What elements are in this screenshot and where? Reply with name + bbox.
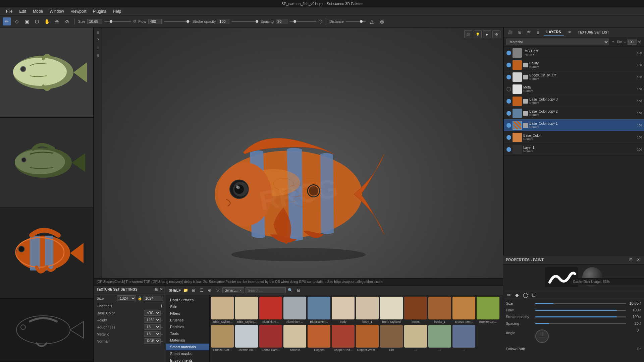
menu-file[interactable]: File <box>3 8 16 14</box>
channel-type-height[interactable]: L16F <box>144 317 161 323</box>
shelf-tab-smart[interactable]: Smart... ✕ <box>222 287 244 293</box>
channel-type-normal[interactable]: RGB16F <box>144 338 161 344</box>
viewport-settings-btn[interactable]: ⚙ <box>492 30 500 38</box>
paint-bucket-tool[interactable]: ▣ <box>23 17 31 25</box>
shelf-tab-close-btn[interactable]: ✕ <box>239 289 242 292</box>
channel-type-roughness[interactable]: L8 <box>144 324 161 330</box>
vp-tool-2[interactable]: P <box>95 37 101 43</box>
layer-visibility-cavity[interactable] <box>506 63 511 67</box>
size-input[interactable] <box>87 19 102 24</box>
shelf-sidebar-particles[interactable]: Particles <box>166 323 209 330</box>
brush-stroke-opacity-reset[interactable]: ↺ <box>639 315 641 319</box>
shelf-search-input[interactable] <box>246 287 286 293</box>
shelf-sidebar-smart-masks[interactable]: Smart masks <box>166 350 209 357</box>
flow-slider[interactable] <box>164 21 191 22</box>
vp-tool-1[interactable]: ⊞ <box>95 29 101 36</box>
shelf-item-copper-wom[interactable]: Copper Wom... <box>356 325 379 352</box>
select-tool[interactable]: ⬡ <box>33 17 41 25</box>
tex-size-input2[interactable] <box>144 296 163 301</box>
menu-mode[interactable]: Mode <box>30 8 46 14</box>
eraser-tool[interactable]: ◇ <box>13 17 21 25</box>
menu-help[interactable]: Help <box>110 8 125 14</box>
vp-tool-4[interactable]: ⚙ <box>95 52 101 59</box>
shelf-item-bone-stylized[interactable]: Bone Stylized <box>380 297 403 323</box>
shelf-item-bronze-stat[interactable]: Bronze Stat... <box>211 325 234 352</box>
brush-size-slider[interactable] <box>535 303 626 304</box>
shelf-sidebar-hard-surfaces[interactable]: Hard Surfaces <box>166 297 209 303</box>
channel-remove-metallic[interactable]: − <box>161 332 163 337</box>
shelf-item-aluminium-1[interactable]: Aluminium ... <box>259 297 282 323</box>
shelf-sidebar-environments[interactable]: Environments <box>166 357 209 362</box>
layers-icon-4[interactable]: ⊕ <box>535 29 541 35</box>
shelf-item-chrome-bu[interactable]: Chrome Bu... <box>235 325 258 352</box>
layer-item-bc-copy1[interactable]: Base_Color copy 1 Norm ▾ 100 <box>504 119 644 131</box>
paint-brush-tool[interactable]: ✏ <box>3 17 11 25</box>
layer-item-cavity[interactable]: Cavity Norm ▾ 100 <box>504 59 644 71</box>
shelf-item-body1[interactable]: body_1 <box>356 297 379 323</box>
layer-item-metal[interactable]: Metal Norm ▾ 100 <box>504 83 644 95</box>
angle-dial[interactable] <box>535 329 549 343</box>
layer-visibility-base-color[interactable] <box>506 135 511 140</box>
layers-tab-close[interactable]: ✕ <box>567 29 573 35</box>
channel-type-base-color[interactable]: sRGB <box>144 310 161 316</box>
spacing-input[interactable] <box>276 19 287 24</box>
shelf-item-body[interactable]: body <box>332 297 355 323</box>
props-expand-btn[interactable]: ⊞ <box>628 257 634 263</box>
shelf-item-bluepainter[interactable]: BluePainter... <box>308 297 330 323</box>
brush-tool-pencil[interactable]: ✏ <box>506 292 513 298</box>
menu-plugins[interactable]: Plugins <box>90 8 109 14</box>
brush-flow-reset[interactable]: ↺ <box>639 308 641 312</box>
brush-spacing-slider[interactable] <box>535 323 626 324</box>
shelf-grid-btn[interactable]: ⊞ <box>190 287 197 294</box>
layer-visibility-layer1[interactable] <box>506 147 511 152</box>
shelf-sidebar-skin[interactable]: Skin <box>166 303 209 310</box>
layer-item-layer1[interactable]: Layer 1 Norm ▾ 100 <box>504 143 644 156</box>
brush-stroke-opacity-slider[interactable] <box>535 316 626 317</box>
add-layer-btn[interactable]: + <box>610 39 615 45</box>
shelf-item-3dex-2[interactable]: 3dEx_Stylize... <box>235 297 258 323</box>
symmetry-btn[interactable]: △ <box>368 17 376 25</box>
layer-item-bc-copy3[interactable]: Base_Color copy 3 Norm ▾ 100 <box>504 95 644 107</box>
layer-type-dropdown[interactable]: Material Base Color <box>506 39 609 45</box>
shelf-grid-toggle-btn[interactable]: ⊟ <box>295 287 302 294</box>
layer-item-base-color[interactable]: Base_Color Norm ▾ 100 <box>504 131 644 143</box>
channel-remove-roughness[interactable]: − <box>161 325 163 329</box>
shelf-sidebar-smart-materials[interactable]: Smart materials <box>166 344 209 350</box>
shelf-item-copper-red[interactable]: Copper Red... <box>332 325 355 352</box>
tex-size-dropdown[interactable]: 1024 2048 512 <box>117 295 136 301</box>
shelf-search-icon[interactable]: 🔍 <box>287 287 294 294</box>
layer-visibility-metal[interactable] <box>506 87 511 92</box>
menu-viewport[interactable]: Viewport <box>67 8 90 14</box>
menu-window[interactable]: Window <box>46 8 67 14</box>
shelf-item-row3-1[interactable]: ... <box>404 325 427 352</box>
options-btn[interactable]: ◎ <box>378 17 386 25</box>
shelf-item-books1[interactable]: books_1 <box>428 297 451 323</box>
viewport-camera-btn[interactable]: 🎥 <box>464 30 472 38</box>
layer-visibility-edges[interactable] <box>506 75 511 79</box>
eyedropper-tool[interactable]: ⊘ <box>63 17 71 25</box>
viewport-light-btn[interactable]: 💡 <box>474 30 482 38</box>
stroke-opacity-input[interactable] <box>218 19 229 24</box>
shelf-sidebar-materials[interactable]: Materials <box>166 337 209 344</box>
layer-visibility-bc-copy2[interactable] <box>506 111 511 116</box>
add-channel-btn[interactable]: + <box>160 303 163 309</box>
layers-icon-2[interactable]: ⊞ <box>517 29 523 35</box>
layers-tab[interactable]: LAYERS <box>544 29 564 36</box>
layer-visibility-bc-copy1[interactable] <box>506 123 511 128</box>
spacing-slider[interactable] <box>289 21 316 22</box>
tex-settings-expand-btn[interactable]: ⊞ <box>155 287 158 292</box>
channel-remove-height[interactable]: − <box>161 318 163 322</box>
brush-tool-circle[interactable]: ◯ <box>522 292 530 298</box>
shelf-sidebar-filters[interactable]: Filters <box>166 310 209 317</box>
shelf-item-row3-3[interactable]: ... <box>452 325 475 352</box>
layer-item-bc-copy2[interactable]: Base_Color copy 2 Norm ▾ 100 <box>504 107 644 119</box>
layer-opacity-input[interactable] <box>627 40 637 45</box>
layer-visibility-bc-copy3[interactable] <box>506 99 511 104</box>
shelf-item-3dex-1[interactable]: 3dEx_Stylize... <box>211 297 234 323</box>
shelf-sidebar-brushes[interactable]: Brushes <box>166 317 209 323</box>
brush-spacing-reset[interactable]: ↺ <box>639 322 641 325</box>
shelf-item-row3-2[interactable]: ... <box>428 325 451 352</box>
vp-tool-3[interactable]: ⊟ <box>95 44 101 51</box>
texture-set-list-tab[interactable]: TEXTURE SET LIST <box>575 29 612 35</box>
layers-icon-3[interactable]: 👁 <box>526 29 532 35</box>
